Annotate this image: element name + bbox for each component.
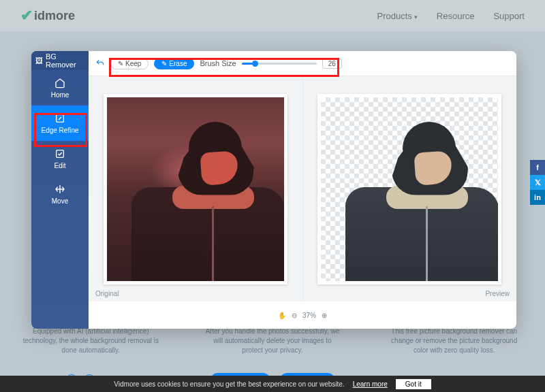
top-nav: Products▾ Resource Support [377,11,525,21]
bg-remover-app: 🖼 BG Remover Home Edge Refine Edit Move … [31,51,516,329]
image-icon: 🖼 [35,56,43,65]
sidebar-item-edit[interactable]: Edit [31,141,89,176]
eraser-icon: ✎ [161,60,167,67]
sidebar-item-label: Edge Refine [41,127,78,134]
erase-button[interactable]: ✎Erase [154,58,194,69]
brand-logo[interactable]: ✔ idmore [20,7,75,24]
cookie-banner: Vidmore uses cookies to ensure you get t… [0,376,545,392]
zoom-in-icon[interactable]: ⊕ [322,312,327,319]
brand-text: idmore [34,9,75,23]
original-label: Original [95,290,119,297]
cookie-learn-more[interactable]: Learn more [353,380,388,388]
sidebar: 🖼 BG Remover Home Edge Refine Edit Move [31,51,89,329]
zoom-controls: ✋ ⊖ 37% ⊕ [278,312,327,319]
sidebar-item-home[interactable]: Home [31,70,89,105]
nav-products[interactable]: Products▾ [377,11,418,21]
app-title: 🖼 BG Remover [31,51,89,70]
toolbar: ✎Keep ✎Erase Brush Size 26 [89,51,516,76]
edit-icon [54,148,66,160]
keep-button[interactable]: ✎Keep [110,58,149,69]
nav-support[interactable]: Support [493,11,525,21]
sidebar-item-label: Edit [54,162,65,169]
site-header: ✔ idmore Products▾ Resource Support [0,0,545,31]
brush-icon: ✎ [118,60,123,67]
chevron-down-icon: ▾ [414,14,418,20]
cookie-accept-button[interactable]: Got it [396,379,431,389]
sidebar-item-edge-refine[interactable]: Edge Refine [31,105,89,141]
original-pane[interactable]: Original [89,76,302,301]
undo-icon[interactable] [95,59,105,68]
nav-resource[interactable]: Resource [437,11,475,21]
zoom-out-icon[interactable]: ⊖ [292,312,297,319]
cookie-text: Vidmore uses cookies to ensure you get t… [114,380,344,388]
bottom-bar: ✋ ⊖ 37% ⊕ [89,301,516,329]
sidebar-item-label: Move [52,197,68,205]
original-image [104,94,287,284]
twitter-icon[interactable]: 𝕏 [530,175,545,190]
linkedin-icon[interactable]: in [530,190,545,205]
preview-pane[interactable]: Preview [302,76,517,301]
social-share: f 𝕏 in [530,160,545,205]
canvas-row: Original Preview [89,76,516,301]
brush-size-value[interactable]: 26 [322,59,342,69]
marketing-copy: Equipped with AI (artificial intelligenc… [0,327,545,355]
brush-size-slider[interactable] [242,63,317,65]
svg-rect-1 [57,150,64,158]
sidebar-item-label: Home [51,91,69,99]
home-icon [54,77,66,89]
preview-label: Preview [485,290,510,297]
logo-mark-icon: ✔ [20,7,33,24]
sidebar-item-move[interactable]: Move [31,176,89,212]
move-icon [54,183,66,195]
facebook-icon[interactable]: f [530,160,545,175]
edge-refine-icon [54,112,66,125]
pan-icon[interactable]: ✋ [278,312,286,319]
zoom-percent: 37% [302,312,316,319]
workspace: ✎Keep ✎Erase Brush Size 26 Original [89,51,516,329]
preview-image [317,94,501,284]
erase-mask-overlay [107,97,284,281]
brush-size-label: Brush Size [200,59,236,67]
